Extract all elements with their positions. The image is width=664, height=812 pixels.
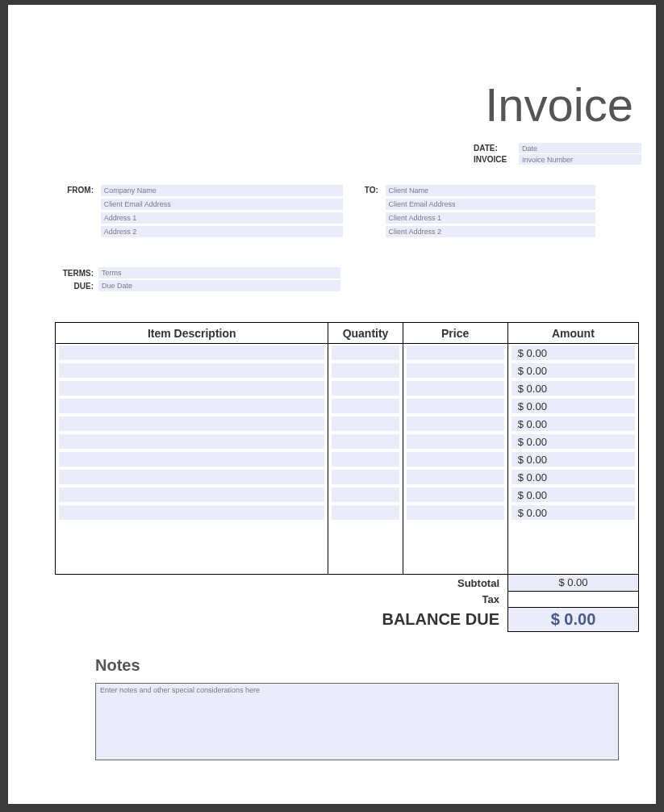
price-cell[interactable]	[407, 416, 504, 431]
desc-cell[interactable]	[59, 399, 324, 413]
price-cell[interactable]	[407, 505, 504, 520]
table-row	[56, 539, 639, 557]
table-row	[56, 521, 639, 539]
price-cell[interactable]	[407, 381, 504, 396]
desc-cell[interactable]	[59, 452, 324, 467]
date-input[interactable]: Date	[519, 143, 641, 153]
amount-cell: $ 0.00	[512, 363, 635, 378]
from-column: FROM: Company Name Client Email Address …	[61, 185, 352, 240]
table-row: $ 0.00	[56, 344, 639, 362]
from-email-input[interactable]: Client Email Address	[101, 199, 343, 210]
qty-cell[interactable]	[332, 558, 399, 572]
desc-cell[interactable]	[59, 470, 324, 484]
subtotal-label: Subtotal	[55, 575, 508, 591]
from-label: FROM:	[61, 185, 98, 195]
amount-cell: $ 0.00	[512, 470, 635, 484]
price-cell[interactable]	[407, 541, 504, 555]
qty-cell[interactable]	[332, 452, 399, 467]
page-title: Invoice	[23, 77, 633, 132]
to-column: TO: Client Name Client Email Address Cli…	[361, 185, 603, 240]
table-row: $ 0.00	[56, 433, 639, 450]
subtotal-value: $ 0.00	[508, 575, 639, 591]
table-row: $ 0.00	[56, 486, 639, 504]
to-address2-input[interactable]: Client Address 2	[386, 226, 595, 237]
qty-cell[interactable]	[332, 434, 399, 449]
invoice-page: Invoice DATE: Date INVOICE Invoice Numbe…	[8, 5, 656, 804]
amount-cell: $ 0.00	[512, 505, 635, 520]
qty-cell[interactable]	[332, 416, 399, 431]
invoice-number-input[interactable]: Invoice Number	[519, 154, 641, 165]
desc-cell[interactable]	[59, 434, 324, 449]
amount-cell: $ 0.00	[512, 488, 635, 502]
terms-label: TERMS:	[61, 269, 98, 278]
qty-cell[interactable]	[332, 488, 399, 502]
header-description: Item Description	[56, 323, 328, 344]
price-cell[interactable]	[407, 345, 504, 360]
price-cell[interactable]	[407, 488, 504, 502]
amount-cell: $ 0.00	[512, 399, 635, 413]
price-cell[interactable]	[407, 558, 504, 572]
table-row: $ 0.00	[56, 397, 639, 415]
table-row: $ 0.00	[56, 415, 639, 433]
qty-cell[interactable]	[332, 505, 399, 520]
table-row: $ 0.00	[56, 379, 639, 397]
header-price: Price	[403, 323, 507, 344]
qty-cell[interactable]	[332, 541, 399, 555]
price-cell[interactable]	[407, 470, 504, 484]
to-email-input[interactable]: Client Email Address	[386, 199, 595, 210]
header-quantity: Quantity	[328, 323, 403, 344]
from-address1-input[interactable]: Address 1	[101, 212, 343, 224]
items-table: Item Description Quantity Price Amount $…	[55, 322, 639, 575]
table-row: $ 0.00	[56, 450, 639, 468]
qty-cell[interactable]	[332, 523, 399, 538]
to-label: TO:	[361, 185, 383, 195]
qty-cell[interactable]	[332, 470, 399, 484]
header-amount: Amount	[507, 323, 638, 344]
desc-cell[interactable]	[59, 541, 324, 555]
qty-cell[interactable]	[332, 363, 399, 378]
notes-title: Notes	[95, 656, 641, 675]
amount-cell	[512, 523, 635, 538]
table-row	[56, 557, 639, 575]
amount-cell: $ 0.00	[512, 381, 635, 396]
qty-cell[interactable]	[332, 381, 399, 396]
terms-input[interactable]: Terms	[98, 267, 340, 278]
table-row: $ 0.00	[56, 362, 639, 379]
date-label: DATE:	[472, 144, 519, 153]
balance-due-value: $ 0.00	[508, 607, 639, 631]
totals-table: Subtotal $ 0.00 Tax BALANCE DUE $ 0.00	[55, 575, 639, 632]
balance-due-label: BALANCE DUE	[55, 607, 508, 631]
price-cell[interactable]	[407, 523, 504, 538]
from-address2-input[interactable]: Address 2	[101, 226, 343, 237]
desc-cell[interactable]	[59, 345, 324, 360]
desc-cell[interactable]	[59, 523, 324, 538]
qty-cell[interactable]	[332, 399, 399, 413]
desc-cell[interactable]	[59, 416, 324, 431]
price-cell[interactable]	[407, 452, 504, 467]
amount-cell: $ 0.00	[512, 345, 635, 360]
table-row: $ 0.00	[56, 468, 639, 486]
tax-label: Tax	[55, 591, 508, 607]
desc-cell[interactable]	[59, 381, 324, 396]
address-section: FROM: Company Name Client Email Address …	[23, 185, 641, 240]
to-address1-input[interactable]: Client Address 1	[386, 212, 595, 224]
desc-cell[interactable]	[59, 505, 324, 520]
terms-section: TERMS: Terms DUE: Due Date	[61, 267, 641, 291]
due-input[interactable]: Due Date	[98, 280, 340, 291]
meta-block: DATE: Date INVOICE Invoice Number	[472, 143, 641, 165]
table-row: $ 0.00	[56, 504, 639, 521]
desc-cell[interactable]	[59, 363, 324, 378]
invoice-number-label: INVOICE	[472, 155, 519, 164]
amount-cell	[512, 558, 635, 572]
notes-input[interactable]: Enter notes and other special considerat…	[95, 683, 619, 760]
price-cell[interactable]	[407, 399, 504, 413]
desc-cell[interactable]	[59, 558, 324, 572]
to-name-input[interactable]: Client Name	[386, 185, 595, 196]
price-cell[interactable]	[407, 363, 504, 378]
price-cell[interactable]	[407, 434, 504, 449]
qty-cell[interactable]	[332, 345, 399, 360]
tax-value[interactable]	[508, 591, 639, 607]
amount-cell: $ 0.00	[512, 434, 635, 449]
from-company-input[interactable]: Company Name	[101, 185, 343, 196]
desc-cell[interactable]	[59, 488, 324, 502]
